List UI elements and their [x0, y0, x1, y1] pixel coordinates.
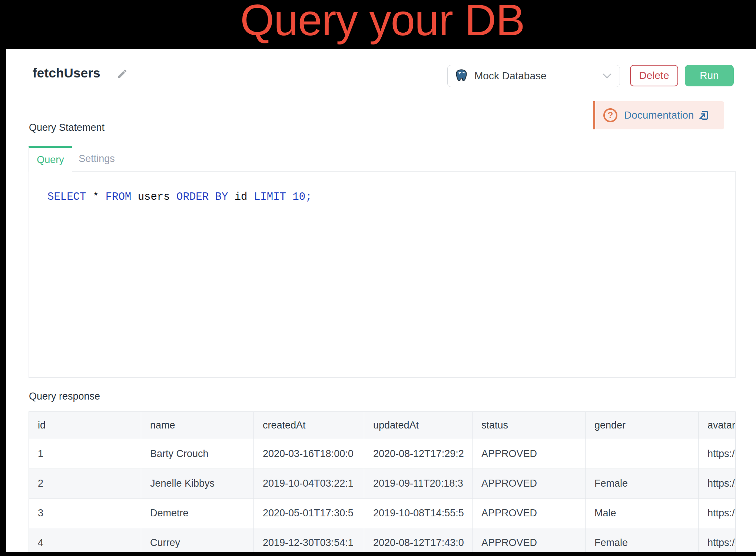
- cell-id: 1: [29, 439, 141, 469]
- column-header-gender: gender: [586, 412, 699, 439]
- query-response-label: Query response: [29, 391, 100, 402]
- banner: Query your DB: [0, 0, 756, 49]
- cell-name: Currey: [141, 528, 254, 553]
- sql-token: ORDER BY: [170, 191, 228, 203]
- app-window: fetchUsers Mock Database: [6, 49, 756, 552]
- run-button[interactable]: Run: [685, 65, 734, 86]
- cell-id: 4: [29, 528, 141, 553]
- cell-status: APPROVED: [472, 499, 586, 528]
- column-header-avatar: avatar: [699, 412, 736, 439]
- query-statement-label: Query Statement: [29, 122, 105, 133]
- cell-id: 2: [29, 469, 141, 499]
- tab-query[interactable]: Query: [29, 146, 72, 172]
- cell-name: Barty Crouch: [141, 439, 254, 469]
- cell-avatar: https://: [699, 499, 736, 528]
- table-header-row: idnamecreatedAtupdatedAtstatusgenderavat…: [29, 412, 736, 439]
- cell-avatar: https://: [699, 439, 736, 469]
- page: Query your DB fetchUsers Mock Database: [0, 0, 756, 556]
- sql-token: LIMIT: [248, 191, 286, 203]
- cell-createdAt: 2019-12-30T03:54:1: [254, 528, 364, 553]
- table-row: 1Barty Crouch2020-03-16T18:00:02020-08-1…: [29, 439, 736, 469]
- cell-gender: Male: [586, 499, 699, 528]
- sql-token: id: [228, 191, 247, 203]
- tab-settings[interactable]: Settings: [72, 146, 121, 172]
- column-header-updatedAt: updatedAt: [364, 412, 472, 439]
- database-selector[interactable]: Mock Database: [447, 65, 620, 87]
- cell-gender: [586, 439, 699, 469]
- table-row: 2Jenelle Kibbys2019-10-04T03:22:12019-09…: [29, 469, 736, 499]
- documentation-link[interactable]: Documentation: [624, 109, 694, 121]
- sql-token: SELECT: [47, 191, 86, 203]
- open-documentation-icon: [698, 110, 709, 121]
- cell-updatedAt: 2020-08-12T17:29:2: [364, 439, 472, 469]
- query-name-row: fetchUsers: [33, 66, 128, 80]
- cell-updatedAt: 2019-09-11T20:18:3: [364, 469, 472, 499]
- cell-gender: Female: [586, 469, 699, 499]
- tabs: QuerySettings: [29, 146, 121, 172]
- delete-button[interactable]: Delete: [630, 65, 678, 86]
- sql-token: 10;: [286, 191, 312, 203]
- table-row: 4Currey2019-12-30T03:54:12020-08-12T17:4…: [29, 528, 736, 553]
- cell-id: 3: [29, 499, 141, 528]
- database-selector-value: Mock Database: [474, 70, 603, 82]
- cell-avatar: https://: [699, 528, 736, 553]
- sql-token: FROM: [99, 191, 131, 203]
- cell-createdAt: 2020-05-01T17:30:5: [254, 499, 364, 528]
- result-table: idnamecreatedAtupdatedAtstatusgenderavat…: [29, 411, 736, 552]
- cell-createdAt: 2020-03-16T18:00:0: [254, 439, 364, 469]
- cell-gender: Female: [586, 528, 699, 553]
- cell-status: APPROVED: [472, 469, 586, 499]
- cell-status: APPROVED: [472, 439, 586, 469]
- cell-updatedAt: 2019-10-08T14:55:5: [364, 499, 472, 528]
- sql-token: users: [131, 191, 170, 203]
- postgresql-icon: [454, 68, 469, 84]
- edit-pencil-icon[interactable]: [117, 68, 128, 79]
- cell-status: APPROVED: [472, 528, 586, 553]
- chevron-down-icon: [603, 73, 611, 79]
- column-header-createdAt: createdAt: [254, 412, 364, 439]
- documentation-banner[interactable]: ? Documentation: [593, 101, 724, 129]
- column-header-status: status: [472, 412, 586, 439]
- cell-updatedAt: 2020-08-12T17:43:0: [364, 528, 472, 553]
- table-row: 3Demetre2020-05-01T17:30:52019-10-08T14:…: [29, 499, 736, 528]
- cell-avatar: https://: [699, 469, 736, 499]
- banner-title: Query your DB: [240, 0, 524, 49]
- query-name: fetchUsers: [33, 66, 100, 80]
- cell-name: Demetre: [141, 499, 254, 528]
- question-icon: ?: [603, 108, 617, 122]
- column-header-id: id: [29, 412, 141, 439]
- sql-token: *: [86, 191, 99, 203]
- sql-editor[interactable]: SELECT * FROM users ORDER BY id LIMIT 10…: [29, 171, 736, 378]
- sql-statement: SELECT * FROM users ORDER BY id LIMIT 10…: [29, 172, 735, 203]
- cell-name: Jenelle Kibbys: [141, 469, 254, 499]
- cell-createdAt: 2019-10-04T03:22:1: [254, 469, 364, 499]
- column-header-name: name: [141, 412, 254, 439]
